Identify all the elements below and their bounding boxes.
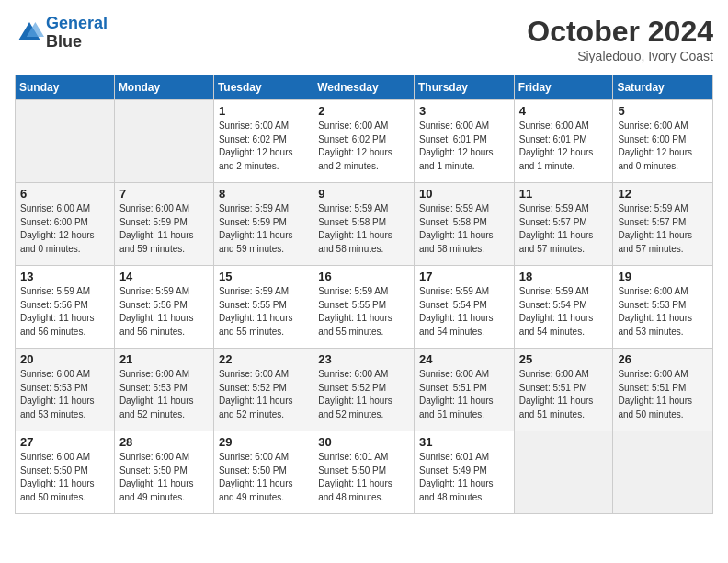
calendar-cell: 16Sunrise: 5:59 AM Sunset: 5:55 PM Dayli… — [313, 266, 415, 349]
title-block: October 2024 Siyaledouo, Ivory Coast — [527, 15, 713, 63]
day-number: 23 — [318, 352, 409, 366]
calendar-cell: 17Sunrise: 5:59 AM Sunset: 5:54 PM Dayli… — [414, 266, 514, 349]
day-number: 15 — [219, 270, 308, 283]
calendar-week-1: 1Sunrise: 6:00 AM Sunset: 6:02 PM Daylig… — [16, 100, 713, 183]
day-number: 21 — [119, 352, 209, 366]
calendar-cell: 24Sunrise: 6:00 AM Sunset: 5:51 PM Dayli… — [414, 349, 514, 431]
calendar-table: SundayMondayTuesdayWednesdayThursdayFrid… — [15, 75, 713, 514]
day-number: 12 — [618, 187, 708, 201]
logo-text: General Blue — [46, 15, 108, 52]
day-number: 16 — [318, 270, 409, 283]
day-info: Sunrise: 6:00 AM Sunset: 6:01 PM Dayligh… — [519, 120, 609, 173]
day-number: 31 — [419, 435, 509, 449]
calendar-cell: 11Sunrise: 5:59 AM Sunset: 5:57 PM Dayli… — [514, 183, 613, 266]
day-info: Sunrise: 6:00 AM Sunset: 5:53 PM Dayligh… — [20, 368, 109, 421]
day-number: 3 — [419, 104, 509, 118]
day-info: Sunrise: 5:59 AM Sunset: 5:55 PM Dayligh… — [219, 285, 308, 339]
day-number: 30 — [318, 435, 409, 449]
day-number: 22 — [219, 352, 308, 366]
calendar-cell: 25Sunrise: 6:00 AM Sunset: 5:51 PM Dayli… — [514, 349, 613, 431]
day-info: Sunrise: 6:00 AM Sunset: 5:51 PM Dayligh… — [419, 368, 509, 421]
day-number: 25 — [519, 352, 609, 366]
calendar-cell — [514, 431, 613, 514]
day-info: Sunrise: 5:59 AM Sunset: 5:55 PM Dayligh… — [318, 285, 409, 339]
calendar-cell: 30Sunrise: 6:01 AM Sunset: 5:50 PM Dayli… — [313, 431, 415, 514]
col-header-monday: Monday — [114, 75, 213, 100]
calendar-week-3: 13Sunrise: 5:59 AM Sunset: 5:56 PM Dayli… — [16, 266, 713, 349]
day-number: 18 — [519, 270, 609, 283]
day-info: Sunrise: 6:00 AM Sunset: 5:52 PM Dayligh… — [219, 368, 308, 421]
day-info: Sunrise: 6:00 AM Sunset: 5:50 PM Dayligh… — [20, 451, 109, 504]
day-info: Sunrise: 6:00 AM Sunset: 5:50 PM Dayligh… — [219, 451, 308, 504]
calendar-cell: 7Sunrise: 6:00 AM Sunset: 5:59 PM Daylig… — [114, 183, 213, 266]
day-number: 14 — [119, 270, 209, 283]
calendar-cell: 29Sunrise: 6:00 AM Sunset: 5:50 PM Dayli… — [213, 431, 313, 514]
day-number: 24 — [419, 352, 509, 366]
logo-line2: Blue — [46, 33, 108, 52]
day-number: 26 — [618, 352, 708, 366]
calendar-cell: 20Sunrise: 6:00 AM Sunset: 5:53 PM Dayli… — [16, 349, 115, 431]
day-info: Sunrise: 6:00 AM Sunset: 5:51 PM Dayligh… — [519, 368, 609, 421]
calendar-cell: 2Sunrise: 6:00 AM Sunset: 6:02 PM Daylig… — [313, 100, 415, 183]
calendar-cell — [114, 100, 213, 183]
calendar-cell: 21Sunrise: 6:00 AM Sunset: 5:53 PM Dayli… — [114, 349, 213, 431]
day-info: Sunrise: 5:59 AM Sunset: 5:58 PM Dayligh… — [419, 202, 509, 256]
day-number: 8 — [219, 187, 308, 201]
day-number: 19 — [618, 270, 708, 283]
location-subtitle: Siyaledouo, Ivory Coast — [527, 49, 713, 63]
day-info: Sunrise: 6:01 AM Sunset: 5:49 PM Dayligh… — [419, 451, 509, 504]
day-number: 29 — [219, 435, 308, 449]
logo-line1: General — [46, 14, 108, 32]
day-info: Sunrise: 5:59 AM Sunset: 5:57 PM Dayligh… — [618, 202, 708, 256]
day-info: Sunrise: 6:00 AM Sunset: 5:51 PM Dayligh… — [618, 368, 708, 421]
day-number: 13 — [20, 270, 109, 283]
day-info: Sunrise: 5:59 AM Sunset: 5:54 PM Dayligh… — [419, 285, 509, 339]
calendar-cell: 18Sunrise: 5:59 AM Sunset: 5:54 PM Dayli… — [514, 266, 613, 349]
day-number: 27 — [20, 435, 109, 449]
day-number: 4 — [519, 104, 609, 118]
calendar-cell: 5Sunrise: 6:00 AM Sunset: 6:00 PM Daylig… — [613, 100, 713, 183]
day-info: Sunrise: 6:00 AM Sunset: 5:53 PM Dayligh… — [119, 368, 209, 421]
month-title: October 2024 — [527, 15, 713, 49]
day-info: Sunrise: 6:00 AM Sunset: 6:00 PM Dayligh… — [20, 202, 109, 256]
calendar-cell: 27Sunrise: 6:00 AM Sunset: 5:50 PM Dayli… — [16, 431, 115, 514]
col-header-tuesday: Tuesday — [213, 75, 313, 100]
day-info: Sunrise: 6:00 AM Sunset: 6:02 PM Dayligh… — [318, 120, 409, 173]
calendar-cell: 4Sunrise: 6:00 AM Sunset: 6:01 PM Daylig… — [514, 100, 613, 183]
day-info: Sunrise: 6:00 AM Sunset: 6:00 PM Dayligh… — [618, 120, 708, 173]
day-number: 9 — [318, 187, 409, 201]
day-info: Sunrise: 5:59 AM Sunset: 5:54 PM Dayligh… — [519, 285, 609, 339]
calendar-header-row: SundayMondayTuesdayWednesdayThursdayFrid… — [16, 75, 713, 100]
day-info: Sunrise: 6:00 AM Sunset: 5:50 PM Dayligh… — [119, 451, 209, 504]
calendar-cell: 13Sunrise: 5:59 AM Sunset: 5:56 PM Dayli… — [16, 266, 115, 349]
calendar-cell: 12Sunrise: 5:59 AM Sunset: 5:57 PM Dayli… — [613, 183, 713, 266]
day-number: 5 — [618, 104, 708, 118]
calendar-cell: 28Sunrise: 6:00 AM Sunset: 5:50 PM Dayli… — [114, 431, 213, 514]
day-number: 6 — [20, 187, 109, 201]
logo-icon — [15, 18, 44, 48]
day-number: 28 — [119, 435, 209, 449]
col-header-saturday: Saturday — [613, 75, 713, 100]
calendar-cell: 10Sunrise: 5:59 AM Sunset: 5:58 PM Dayli… — [414, 183, 514, 266]
calendar-cell: 9Sunrise: 5:59 AM Sunset: 5:58 PM Daylig… — [313, 183, 415, 266]
calendar-week-5: 27Sunrise: 6:00 AM Sunset: 5:50 PM Dayli… — [16, 431, 713, 514]
day-number: 10 — [419, 187, 509, 201]
calendar-cell: 3Sunrise: 6:00 AM Sunset: 6:01 PM Daylig… — [414, 100, 514, 183]
calendar-cell: 15Sunrise: 5:59 AM Sunset: 5:55 PM Dayli… — [213, 266, 313, 349]
calendar-cell: 6Sunrise: 6:00 AM Sunset: 6:00 PM Daylig… — [16, 183, 115, 266]
day-number: 20 — [20, 352, 109, 366]
day-info: Sunrise: 6:00 AM Sunset: 5:52 PM Dayligh… — [318, 368, 409, 421]
calendar-week-2: 6Sunrise: 6:00 AM Sunset: 6:00 PM Daylig… — [16, 183, 713, 266]
col-header-thursday: Thursday — [414, 75, 514, 100]
page-header: General Blue October 2024 Siyaledouo, Iv… — [15, 15, 713, 63]
day-info: Sunrise: 5:59 AM Sunset: 5:59 PM Dayligh… — [219, 202, 308, 256]
day-info: Sunrise: 6:00 AM Sunset: 6:02 PM Dayligh… — [219, 120, 308, 173]
calendar-cell: 31Sunrise: 6:01 AM Sunset: 5:49 PM Dayli… — [414, 431, 514, 514]
day-info: Sunrise: 5:59 AM Sunset: 5:57 PM Dayligh… — [519, 202, 609, 256]
calendar-cell — [613, 431, 713, 514]
day-number: 2 — [318, 104, 409, 118]
calendar-cell: 26Sunrise: 6:00 AM Sunset: 5:51 PM Dayli… — [613, 349, 713, 431]
calendar-cell: 22Sunrise: 6:00 AM Sunset: 5:52 PM Dayli… — [213, 349, 313, 431]
calendar-cell: 1Sunrise: 6:00 AM Sunset: 6:02 PM Daylig… — [213, 100, 313, 183]
calendar-week-4: 20Sunrise: 6:00 AM Sunset: 5:53 PM Dayli… — [16, 349, 713, 431]
